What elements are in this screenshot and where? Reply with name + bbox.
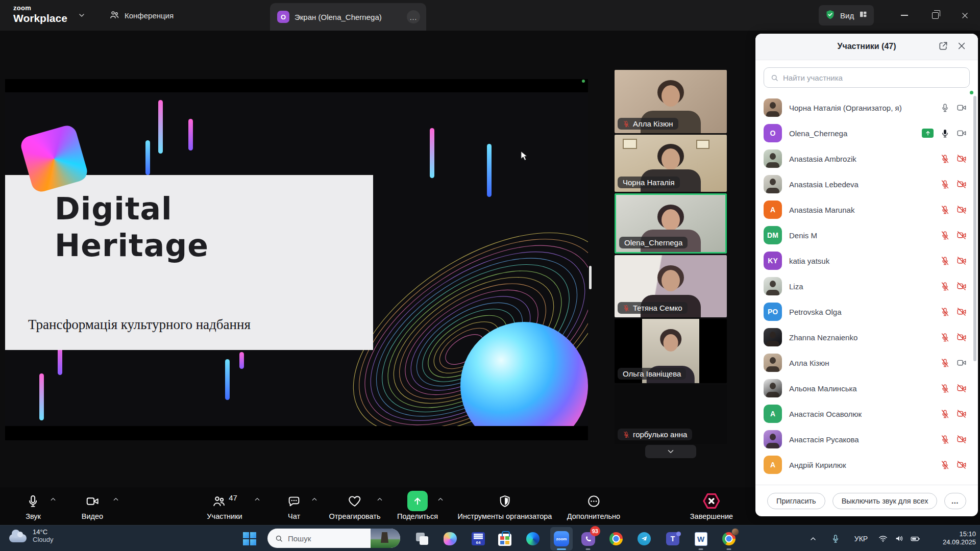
- participant-row[interactable]: Алла Кізюн: [755, 350, 973, 375]
- taskbar-app-telegram[interactable]: [633, 527, 655, 550]
- slide-scroll-indicator[interactable]: [589, 266, 592, 289]
- toolbar-chevron-up-icon[interactable]: [311, 495, 318, 505]
- video-tile[interactable]: Чорна Наталія: [615, 135, 727, 192]
- toolbar-chevron-up-icon[interactable]: [50, 495, 57, 505]
- participant-row[interactable]: DMDenis M: [755, 222, 973, 248]
- mic-icon: [940, 129, 950, 138]
- start-button[interactable]: [243, 532, 256, 545]
- participant-row[interactable]: Zhanna Neznaienko: [755, 324, 973, 350]
- toolbar-label: Завершение: [690, 512, 733, 520]
- participant-row[interactable]: KYkatia yatsuk: [755, 248, 973, 273]
- participant-row[interactable]: AAnastasia Marunak: [755, 197, 973, 222]
- participant-status-icons: [940, 358, 973, 368]
- tab-screen-share[interactable]: O Экран (Olena_Chernega) …: [270, 3, 426, 31]
- taskbar-app-task-view[interactable]: [411, 527, 433, 550]
- recording-dot: [582, 80, 585, 83]
- layout-grid-icon: [859, 10, 868, 21]
- tray-time: 15:10: [920, 530, 976, 538]
- participant-row[interactable]: POPetrovska Olga: [755, 299, 973, 324]
- taskbar-app-word[interactable]: W: [690, 527, 712, 550]
- slide-subtitle: Трансформація культурного надбання: [28, 317, 251, 333]
- wifi-icon[interactable]: [878, 525, 888, 551]
- toolbar-chat-button[interactable]: Чат: [287, 490, 301, 520]
- taskbar-app-chrome[interactable]: [605, 527, 627, 550]
- toolbar-heart-button[interactable]: Отреагировать: [329, 490, 380, 520]
- tile-name-label: Ольга Іваніщева: [618, 368, 686, 380]
- tab-avatar: O: [277, 11, 289, 23]
- toolbar-people-button[interactable]: 47Участники: [207, 490, 242, 520]
- toolbar-label: Отреагировать: [329, 512, 380, 520]
- participant-row[interactable]: Liza: [755, 273, 973, 299]
- language-indicator[interactable]: УКР: [854, 525, 868, 551]
- video-tile[interactable]: Тетяна Семко: [615, 255, 727, 317]
- taskbar-app-viber[interactable]: 93: [577, 527, 599, 550]
- taskbar-app-zoom[interactable]: zoom: [550, 527, 573, 550]
- footer-more-button[interactable]: …: [944, 493, 966, 509]
- view-button[interactable]: Вид: [819, 5, 874, 26]
- toolbar-end-button[interactable]: Завершение: [690, 490, 733, 520]
- participants-scrollbar[interactable]: [973, 96, 976, 361]
- volume-icon[interactable]: [895, 525, 904, 551]
- video-tile[interactable]: Алла Кізюн: [615, 70, 727, 133]
- minimize-button[interactable]: [895, 6, 914, 24]
- wall-frame: [623, 139, 637, 149]
- restore-button[interactable]: [926, 6, 944, 24]
- weather-widget[interactable]: 14°C Cloudy: [9, 528, 53, 543]
- workspace-chevron-down-icon[interactable]: [78, 11, 86, 21]
- taskbar-app-teams[interactable]: T: [662, 527, 684, 550]
- collapse-tiles-button[interactable]: [645, 445, 696, 458]
- participant-row[interactable]: OOlena_Chernega: [755, 120, 973, 146]
- avatar-person: [766, 443, 779, 448]
- taskbar-app-copilot[interactable]: [439, 527, 461, 550]
- restore-icon: [932, 12, 939, 19]
- tray-chevron-up-icon[interactable]: [809, 525, 817, 551]
- clock[interactable]: 15:10 24.09.2025: [920, 530, 976, 546]
- tab-more-button[interactable]: …: [407, 10, 420, 23]
- participant-search[interactable]: [764, 67, 970, 88]
- toolbar-share-button[interactable]: Поделиться: [397, 490, 438, 520]
- taskbar-search-input[interactable]: [288, 534, 354, 543]
- taskbar-app-edge[interactable]: [522, 527, 544, 550]
- popout-panel-icon[interactable]: [938, 41, 948, 53]
- mic-off-icon: [940, 358, 950, 368]
- close-window-button[interactable]: [955, 6, 974, 24]
- video-tile[interactable]: Ольга Іваніщева: [615, 319, 727, 383]
- participant-row[interactable]: AАнастасія Осаволюк: [755, 401, 973, 427]
- participant-row[interactable]: Anastasia Lebedeva: [755, 171, 973, 197]
- toolbar-chevron-up-icon[interactable]: [112, 495, 120, 505]
- gradient-bar-graphic: [225, 359, 230, 400]
- toolbar-cam-button[interactable]: Видео: [82, 490, 103, 520]
- toolbar-chevron-up-icon[interactable]: [376, 495, 384, 505]
- participant-row[interactable]: Анастасія Русакова: [755, 427, 973, 452]
- video-tile[interactable]: горбулько анна: [615, 385, 727, 444]
- share-icon: [407, 490, 428, 512]
- tray-mic-icon[interactable]: [831, 525, 840, 551]
- camera-off-icon: [957, 307, 967, 317]
- battery-icon[interactable]: [910, 525, 920, 551]
- running-indicator: [699, 548, 703, 550]
- toolbar-mic-button[interactable]: Звук: [26, 490, 41, 520]
- taskbar-app-store[interactable]: [494, 527, 516, 550]
- participant-row[interactable]: Альона Малинська: [755, 375, 973, 401]
- participant-row[interactable]: Anastasia Ambrozik: [755, 146, 973, 171]
- logo-zoom-text: zoom: [13, 5, 67, 11]
- mute-all-button[interactable]: Выключить звук для всех: [832, 493, 938, 509]
- participant-search-input[interactable]: [783, 73, 963, 82]
- invite-button[interactable]: Пригласить: [767, 493, 825, 509]
- toolbar-more-button[interactable]: Дополнительно: [567, 490, 620, 520]
- taskbar-app-fs64[interactable]: 64: [467, 527, 489, 550]
- avatar: DM: [764, 226, 782, 244]
- camera-icon: [957, 128, 967, 138]
- mic-off-icon: [940, 180, 950, 189]
- video-tile[interactable]: Olena_Chernega: [615, 193, 727, 254]
- tab-meeting[interactable]: Конференция: [109, 7, 174, 23]
- participant-row[interactable]: AАндрій Кирилюк: [755, 452, 973, 478]
- toolbar-chevron-up-icon[interactable]: [437, 495, 445, 505]
- taskbar-app-chrome-profile[interactable]: [718, 527, 740, 550]
- close-panel-icon[interactable]: [957, 41, 967, 53]
- participant-row[interactable]: Чорна Наталія (Организатор, я): [755, 95, 973, 120]
- participants-list: Чорна Наталія (Организатор, я)OOlena_Che…: [755, 95, 973, 478]
- toolbar-shield-button[interactable]: Инструменты организатора: [458, 490, 552, 520]
- toolbar-chevron-up-icon[interactable]: [254, 495, 261, 505]
- taskbar-search[interactable]: [267, 529, 400, 548]
